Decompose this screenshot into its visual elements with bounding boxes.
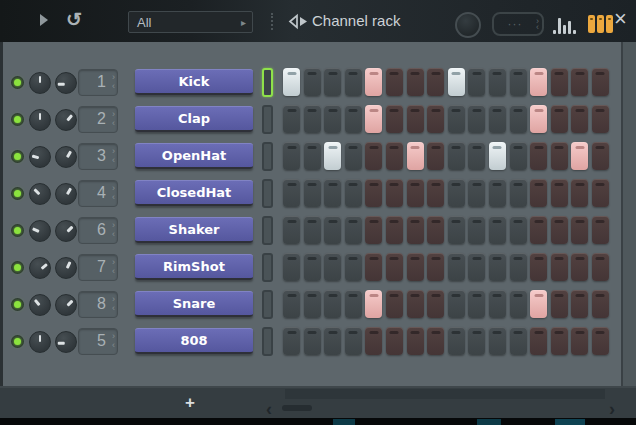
step-cell[interactable]	[468, 253, 485, 281]
channel-select-indicator[interactable]	[262, 179, 273, 208]
horizontal-scrollbar-track[interactable]	[285, 389, 605, 399]
step-cell[interactable]	[324, 253, 341, 281]
step-cell[interactable]	[427, 68, 444, 96]
step-cell[interactable]	[283, 253, 300, 281]
step-cell[interactable]	[345, 142, 362, 170]
pan-knob[interactable]	[29, 220, 51, 242]
step-cell[interactable]	[407, 327, 424, 355]
step-cell[interactable]	[304, 105, 321, 133]
step-cell[interactable]	[489, 327, 506, 355]
step-cell[interactable]	[489, 68, 506, 96]
step-cell[interactable]	[407, 68, 424, 96]
step-cell[interactable]	[304, 142, 321, 170]
channel-enable-led[interactable]	[11, 76, 24, 89]
step-cell[interactable]	[468, 327, 485, 355]
step-cell[interactable]	[468, 179, 485, 207]
channel-button[interactable]: Snare	[135, 291, 253, 317]
graph-editor-icon[interactable]	[553, 17, 576, 34]
step-cell[interactable]	[427, 327, 444, 355]
step-cell[interactable]	[324, 105, 341, 133]
step-cell[interactable]	[530, 105, 547, 133]
channel-select-indicator[interactable]	[262, 105, 273, 134]
channel-button[interactable]: ClosedHat	[135, 180, 253, 206]
drag-handle-dots-icon[interactable]	[271, 13, 273, 30]
pan-knob[interactable]	[29, 294, 51, 316]
pan-knob[interactable]	[29, 146, 51, 168]
step-cell[interactable]	[324, 290, 341, 318]
step-cell[interactable]	[448, 68, 465, 96]
number-spinner-icons[interactable]: ›‹	[112, 73, 115, 91]
step-cell[interactable]	[345, 216, 362, 244]
step-cell[interactable]	[304, 179, 321, 207]
step-cell[interactable]	[304, 68, 321, 96]
step-cell[interactable]	[407, 216, 424, 244]
step-cell[interactable]	[345, 179, 362, 207]
step-cell[interactable]	[530, 68, 547, 96]
step-cell[interactable]	[386, 253, 403, 281]
channel-number-box[interactable]: 8›‹	[78, 291, 118, 318]
step-cell[interactable]	[427, 253, 444, 281]
step-cell[interactable]	[324, 68, 341, 96]
step-cell[interactable]	[448, 142, 465, 170]
step-cell[interactable]	[592, 105, 609, 133]
step-cell[interactable]	[407, 105, 424, 133]
step-cell[interactable]	[427, 290, 444, 318]
step-cell[interactable]	[365, 253, 382, 281]
step-cell[interactable]	[407, 142, 424, 170]
channel-number-box[interactable]: 3›‹	[78, 143, 118, 170]
channel-enable-led[interactable]	[11, 113, 24, 126]
step-cell[interactable]	[592, 253, 609, 281]
volume-knob[interactable]	[55, 294, 77, 316]
pan-knob[interactable]	[29, 183, 51, 205]
channel-button[interactable]: OpenHat	[135, 143, 253, 169]
step-cell[interactable]	[571, 142, 588, 170]
step-cell[interactable]	[551, 290, 568, 318]
number-spinner-icons[interactable]: ›‹	[112, 295, 115, 313]
step-cell[interactable]	[551, 327, 568, 355]
horizontal-scrollbar-thumb[interactable]	[282, 405, 312, 411]
step-cell[interactable]	[365, 216, 382, 244]
step-cell[interactable]	[510, 179, 527, 207]
step-cell[interactable]	[324, 327, 341, 355]
step-cell[interactable]	[571, 179, 588, 207]
step-cell[interactable]	[510, 142, 527, 170]
channel-enable-led[interactable]	[11, 150, 24, 163]
step-cell[interactable]	[283, 142, 300, 170]
step-cell[interactable]	[427, 216, 444, 244]
scroll-right-icon[interactable]: ›	[609, 399, 615, 420]
channel-select-indicator[interactable]	[262, 216, 273, 245]
swing-knob[interactable]	[455, 12, 481, 38]
step-cell[interactable]	[551, 105, 568, 133]
step-cell[interactable]	[571, 216, 588, 244]
channel-enable-led[interactable]	[11, 261, 24, 274]
step-cell[interactable]	[386, 179, 403, 207]
channel-number-box[interactable]: 6›‹	[78, 217, 118, 244]
step-cell[interactable]	[510, 216, 527, 244]
step-cell[interactable]	[427, 179, 444, 207]
close-icon[interactable]: ×	[614, 6, 627, 32]
step-cell[interactable]	[324, 216, 341, 244]
step-cell[interactable]	[365, 68, 382, 96]
pan-knob[interactable]	[29, 331, 51, 353]
number-spinner-icons[interactable]: ›‹	[112, 221, 115, 239]
step-cell[interactable]	[448, 105, 465, 133]
volume-knob[interactable]	[55, 331, 77, 353]
step-cell[interactable]	[489, 290, 506, 318]
step-cell[interactable]	[283, 68, 300, 96]
step-cell[interactable]	[510, 253, 527, 281]
step-cell[interactable]	[530, 327, 547, 355]
step-cell[interactable]	[283, 216, 300, 244]
channel-button[interactable]: Shaker	[135, 217, 253, 243]
step-cell[interactable]	[489, 216, 506, 244]
step-cell[interactable]	[530, 142, 547, 170]
step-cell[interactable]	[489, 179, 506, 207]
step-cell[interactable]	[427, 105, 444, 133]
step-cell[interactable]	[407, 290, 424, 318]
step-cell[interactable]	[304, 290, 321, 318]
channel-enable-led[interactable]	[11, 187, 24, 200]
pan-knob[interactable]	[29, 72, 51, 94]
step-cell[interactable]	[571, 290, 588, 318]
channel-button[interactable]: 808	[135, 328, 253, 354]
step-cell[interactable]	[571, 68, 588, 96]
step-cell[interactable]	[324, 179, 341, 207]
